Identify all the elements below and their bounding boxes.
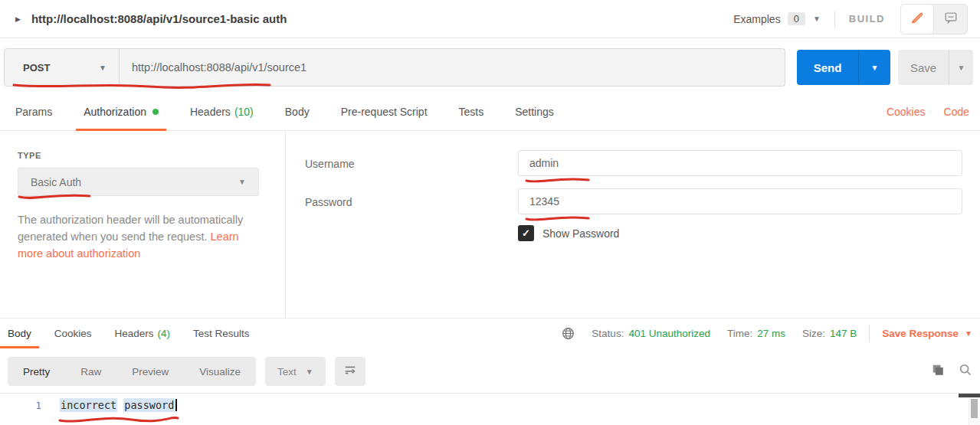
- body-word-highlighted: incorrect: [60, 398, 117, 412]
- examples-label[interactable]: Examples: [733, 13, 780, 25]
- copy-icon: [931, 363, 945, 380]
- edit-mode-button[interactable]: [901, 5, 934, 34]
- response-tab-body[interactable]: Body: [8, 319, 31, 348]
- status-divider: [869, 325, 870, 342]
- tab-authorization[interactable]: Authorization: [84, 93, 159, 130]
- mode-preview[interactable]: Preview: [116, 366, 184, 378]
- search-icon: [959, 363, 972, 380]
- request-tabs: Params Authorization Headers (10) Body P…: [0, 93, 980, 131]
- password-underline-annotation: [526, 217, 588, 220]
- tab-prerequest-label: Pre-request Script: [341, 106, 428, 118]
- examples-caret-icon[interactable]: ▼: [813, 15, 821, 23]
- request-title-bar: ▶ http://localhost:8088/api/v1/source1-b…: [0, 0, 980, 38]
- comment-icon: [944, 11, 958, 28]
- response-tab-cookies[interactable]: Cookies: [54, 319, 92, 348]
- titlebar-divider: [834, 11, 835, 28]
- auth-type-value: Basic Auth: [31, 176, 81, 188]
- save-response-button[interactable]: Save Response ▼: [882, 328, 972, 339]
- password-label: Password: [305, 196, 352, 208]
- postman-request-view: ▶ http://localhost:8088/api/v1/source1-b…: [0, 0, 980, 425]
- size-value: 147 B: [830, 328, 857, 339]
- edit-comment-toggle: [900, 4, 968, 34]
- examples-count-badge: 0: [788, 12, 805, 25]
- response-body-editor[interactable]: 1 incorrect password: [0, 393, 980, 425]
- editor-scrollbar[interactable]: [969, 394, 980, 425]
- admin-underline-annotation: [526, 179, 588, 181]
- method-select[interactable]: POST ▼: [5, 49, 120, 86]
- tab-headers[interactable]: Headers (10): [190, 93, 254, 130]
- send-split-button: Send ▼: [797, 50, 890, 85]
- globe-icon: [562, 327, 575, 340]
- method-url-control: POST ▼: [4, 48, 785, 87]
- send-options-button[interactable]: ▼: [858, 50, 890, 85]
- format-value: Text: [277, 366, 297, 378]
- type-label: TYPE: [18, 151, 41, 160]
- show-password-label: Show Password: [542, 227, 619, 240]
- tab-settings-label: Settings: [515, 106, 554, 118]
- mode-raw[interactable]: Raw: [65, 366, 116, 378]
- username-input[interactable]: [518, 150, 962, 176]
- body-word-highlighted: password: [123, 398, 175, 412]
- save-caret-icon: ▼: [958, 64, 965, 72]
- search-button[interactable]: [959, 363, 972, 380]
- tab-tests-label: Tests: [459, 106, 484, 118]
- save-options-button[interactable]: ▼: [949, 50, 973, 85]
- auth-description: The authorization header will be automat…: [18, 211, 263, 262]
- show-password-checkbox[interactable]: ✓: [518, 225, 534, 241]
- tab-tests[interactable]: Tests: [459, 93, 484, 130]
- code-link[interactable]: Code: [944, 106, 969, 118]
- auth-type-panel: TYPE Basic Auth ▼ The authorization head…: [0, 131, 286, 317]
- tab-settings[interactable]: Settings: [515, 93, 554, 130]
- response-tab-test-results[interactable]: Test Results: [193, 319, 250, 348]
- save-response-label: Save Response: [882, 328, 959, 339]
- response-tab-headers[interactable]: Headers (4): [115, 319, 171, 348]
- pencil-icon: [910, 11, 924, 28]
- view-mode-segmented-control: Pretty Raw Preview Visualize: [8, 357, 256, 386]
- size-label: Size:: [802, 328, 825, 339]
- scrollbar-top-cap: [959, 394, 980, 397]
- auth-type-caret-icon: ▼: [238, 178, 246, 186]
- cookies-link[interactable]: Cookies: [887, 106, 926, 118]
- request-url-row: POST ▼ Send ▼ Save ▼: [0, 48, 980, 87]
- wrap-text-icon: [343, 363, 357, 380]
- send-caret-icon: ▼: [871, 64, 879, 72]
- response-body-line: incorrect password: [60, 399, 177, 411]
- password-input[interactable]: [518, 188, 962, 214]
- wrap-text-button[interactable]: [335, 357, 365, 386]
- response-tab-headers-label: Headers: [115, 328, 154, 339]
- tab-params[interactable]: Params: [15, 93, 52, 130]
- response-headers-count: (4): [158, 328, 171, 339]
- mode-visualize[interactable]: Visualize: [184, 366, 256, 378]
- response-tab-body-label: Body: [8, 328, 31, 339]
- time-label: Time:: [727, 328, 752, 339]
- text-cursor: [175, 399, 177, 411]
- url-input[interactable]: [120, 49, 785, 86]
- save-button[interactable]: Save: [898, 50, 949, 85]
- status-value: 401 Unauthorized: [628, 328, 710, 339]
- check-icon: ✓: [522, 227, 530, 239]
- response-viewer-toolbar: Pretty Raw Preview Visualize Text ▼: [0, 357, 980, 386]
- authorization-active-dot-icon: [152, 109, 159, 115]
- tab-body[interactable]: Body: [285, 93, 310, 130]
- tab-headers-label: Headers: [190, 106, 231, 118]
- auth-type-select[interactable]: Basic Auth ▼: [18, 168, 259, 196]
- copy-button[interactable]: [931, 363, 945, 380]
- line-number: 1: [0, 400, 41, 411]
- collapse-caret-icon[interactable]: ▶: [15, 15, 21, 23]
- format-caret-icon: ▼: [306, 368, 313, 376]
- format-select[interactable]: Text ▼: [265, 357, 326, 386]
- tab-prerequest-script[interactable]: Pre-request Script: [341, 93, 428, 130]
- response-tab-test-results-label: Test Results: [193, 328, 250, 339]
- tab-authorization-label: Authorization: [84, 106, 146, 118]
- status-label: Status:: [592, 328, 624, 339]
- save-response-caret-icon: ▼: [965, 329, 972, 338]
- comment-button[interactable]: [934, 5, 967, 34]
- method-value: POST: [23, 62, 50, 74]
- save-split-button: Save ▼: [898, 50, 973, 85]
- scrollbar-thumb[interactable]: [971, 399, 978, 418]
- mode-pretty[interactable]: Pretty: [8, 366, 65, 378]
- tab-body-label: Body: [285, 106, 310, 118]
- time-value: 27 ms: [757, 328, 785, 339]
- send-button[interactable]: Send: [797, 50, 858, 85]
- headers-count: (10): [234, 106, 254, 118]
